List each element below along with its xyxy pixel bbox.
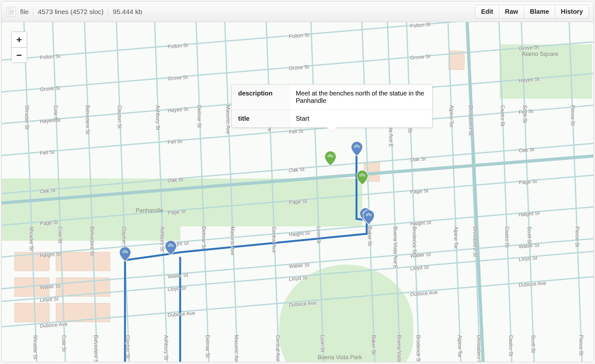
street-label-v: Delmar St xyxy=(196,105,202,128)
street-label-v: Castro St xyxy=(508,335,514,356)
map-marker-wp-fell-baker[interactable] xyxy=(351,141,363,156)
street-label-v: Alpine Ter xyxy=(453,226,459,249)
popup-table: description Meet at the benches north of… xyxy=(232,85,432,127)
street-label-v: Pierce St xyxy=(570,105,576,126)
street-label-v: Shrader St xyxy=(28,226,34,251)
street-label-v: Shrader St xyxy=(24,105,30,129)
street-label-v: Lyon St xyxy=(320,335,325,352)
street-label-v: Broderick St xyxy=(411,226,417,254)
svg-line-22 xyxy=(448,22,461,362)
zoom-in-button[interactable]: + xyxy=(11,32,27,47)
street-label-h: Fell St xyxy=(289,128,304,135)
svg-line-26 xyxy=(569,22,582,362)
street-label-h: Fell St xyxy=(40,149,55,156)
svg-line-18 xyxy=(311,22,324,362)
alamo-square-label: Alamo Square xyxy=(522,51,558,57)
street-label-v: Delmar St xyxy=(201,226,207,249)
file-icon xyxy=(6,7,16,17)
popup-row: title Start xyxy=(232,110,432,128)
map-marker-wp-page-ashbury[interactable] xyxy=(165,240,177,255)
action-button-group: Edit Raw Blame History xyxy=(475,5,589,19)
street-label-v: Cole St xyxy=(61,335,67,352)
bike-icon xyxy=(328,154,333,157)
raw-button[interactable]: Raw xyxy=(499,5,524,19)
street-label-h: Fell St xyxy=(167,138,182,145)
map-marker-start[interactable] xyxy=(325,151,336,166)
map-marker-wp-page-clayton[interactable] xyxy=(119,247,131,262)
street-label-v: Belvedere St xyxy=(89,226,95,256)
svg-line-24 xyxy=(499,22,512,362)
bike-icon xyxy=(354,144,360,148)
street-label-v: Alpine Ter xyxy=(448,105,454,128)
street-label-v: Shrader St xyxy=(32,335,38,359)
street-label-v: Scott St xyxy=(522,105,528,123)
svg-line-19 xyxy=(362,22,375,362)
street-label-h: Oak St xyxy=(167,177,183,184)
street-label-v: Clayton St xyxy=(121,226,127,250)
street-label-v: Central Ave xyxy=(275,335,281,361)
file-lines-label: 4573 lines (4572 sloc) xyxy=(38,8,103,16)
street-label-v: Pierce St xyxy=(574,226,580,247)
street-label-v: Lyon St xyxy=(316,226,321,244)
file-toolbar: file 4573 lines (4572 sloc) 95.444 kb Ed… xyxy=(2,2,593,22)
zoom-out-button[interactable]: − xyxy=(11,47,27,63)
street-label-v: Buena Vista Ave E xyxy=(396,335,402,362)
street-label-v: Castro St xyxy=(500,105,505,126)
svg-line-0 xyxy=(2,22,593,60)
street-label-v: Scott St xyxy=(526,226,532,244)
street-grid xyxy=(2,22,593,362)
street-label-v: Delmar St xyxy=(205,335,210,358)
svg-line-12 xyxy=(85,22,97,362)
street-label-h: Oak St xyxy=(40,187,56,194)
street-label-v: Belvedere St xyxy=(93,335,99,362)
street-label-v: Ashbury St xyxy=(163,335,169,360)
bike-icon xyxy=(122,249,128,253)
file-type-label: file xyxy=(20,8,29,16)
popup-tail xyxy=(326,127,338,133)
street-label-v: Buena Vista Ave E xyxy=(392,226,398,269)
street-label-v: Cole St xyxy=(57,226,63,243)
street-label-v: Baker St xyxy=(371,335,376,354)
street-label-v: Clayton St xyxy=(125,335,131,359)
map-viewport[interactable]: Panhandle Buena Vista Park Alamo Square … xyxy=(2,22,593,362)
bike-icon xyxy=(366,212,372,216)
blame-button[interactable]: Blame xyxy=(524,5,555,19)
street-label-v: Divisadero St xyxy=(468,105,473,135)
street-label-v: Pierce St xyxy=(578,335,584,356)
popup-key: title xyxy=(232,110,289,128)
separator xyxy=(108,7,108,16)
street-label-v: Cole St xyxy=(53,105,58,122)
zoom-control: + − xyxy=(11,32,27,63)
street-label-v: Masonic Ave xyxy=(225,105,231,134)
map-marker-wp-oak-baker[interactable] xyxy=(357,170,368,185)
street-label-v: Broderick St xyxy=(415,335,421,362)
file-size-label: 95.444 kb xyxy=(113,8,142,16)
popup-row: description Meet at the benches north of… xyxy=(232,85,432,110)
bike-icon xyxy=(359,173,365,177)
street-label-v: Central Ave xyxy=(271,226,277,253)
street-label-v: Clayton St xyxy=(117,105,122,129)
street-label-v: Alpine Ter xyxy=(457,335,463,358)
street-label-v: Castro St xyxy=(504,226,510,248)
edit-button[interactable]: Edit xyxy=(475,5,499,19)
street-label-v: Masonic Ave xyxy=(233,335,239,362)
popup-value: Start xyxy=(289,110,432,128)
popup-value: Meet at the benches north of the statue … xyxy=(289,85,432,110)
street-label-v: Belvedere St xyxy=(85,105,90,134)
street-label-v: Scott St xyxy=(530,335,536,353)
street-label-v: Baker St xyxy=(367,226,373,246)
separator xyxy=(33,7,34,16)
panhandle-label: Panhandle xyxy=(136,207,163,214)
popup-key: description xyxy=(232,85,289,110)
history-button[interactable]: History xyxy=(555,5,589,19)
map-marker-wp-page-baker-2[interactable] xyxy=(363,210,374,224)
street-label-v: Divisadero St xyxy=(476,335,482,362)
buena-vista-label: Buena Vista Park xyxy=(318,354,362,361)
street-label-v: Masonic Ave xyxy=(230,226,235,255)
street-label-v: Divisadero St xyxy=(472,226,478,257)
feature-popup[interactable]: description Meet at the benches north of… xyxy=(231,84,433,128)
svg-line-25 xyxy=(521,22,534,362)
street-label-h: Oak St xyxy=(289,166,305,173)
app-container: file 4573 lines (4572 sloc) 95.444 kb Ed… xyxy=(1,1,594,362)
svg-line-17 xyxy=(266,22,279,362)
